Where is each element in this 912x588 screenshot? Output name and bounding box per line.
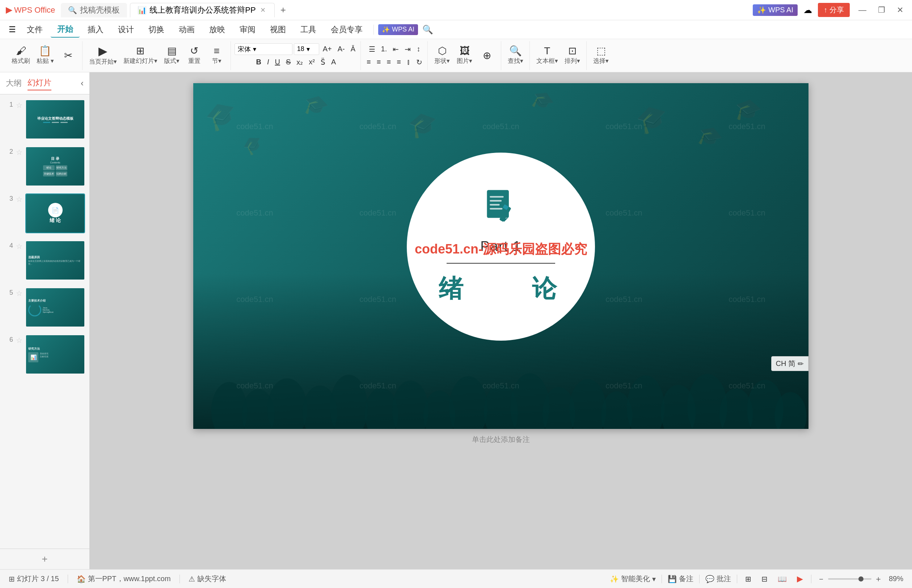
zoom-in-button[interactable]: ＋ xyxy=(874,573,882,585)
insert-shape-button[interactable]: ⬡ 形状▾ xyxy=(431,43,453,68)
tab-close-button[interactable]: ✕ xyxy=(259,5,267,15)
missing-font-info[interactable]: ⚠ 缺失字体 xyxy=(189,574,226,584)
superscript-button[interactable]: x² xyxy=(306,57,317,68)
slide-5-star[interactable]: ☆ xyxy=(16,289,23,297)
insert-extra-button[interactable]: ⊕ xyxy=(476,43,498,68)
select-button[interactable]: ⬚ 选择▾ xyxy=(590,43,612,68)
align-center-button[interactable]: ≡ xyxy=(374,57,383,68)
slide-3-star[interactable]: ☆ xyxy=(16,195,23,204)
add-slide-button[interactable]: + xyxy=(0,549,89,569)
zoom-slider-thumb[interactable] xyxy=(859,577,863,582)
restore-button[interactable]: ❐ xyxy=(875,4,888,16)
hamburger-icon[interactable]: ☰ xyxy=(9,25,16,34)
increase-font-button[interactable]: A+ xyxy=(321,44,334,55)
menu-review[interactable]: 审阅 xyxy=(233,22,262,37)
tab-presentation[interactable]: 📊 线上教育培训办公系统答辩PP ✕ xyxy=(130,3,274,17)
menu-start[interactable]: 开始 xyxy=(51,22,79,37)
find-button[interactable]: 🔍 查找▾ xyxy=(505,43,526,68)
slide-thumb-1[interactable]: 毕业论文答辩动态模板 xyxy=(25,99,85,139)
numbered-list-button[interactable]: 1. xyxy=(379,44,389,55)
normal-view-button[interactable]: ⊞ xyxy=(743,573,753,585)
columns-button[interactable]: ⫿ xyxy=(405,57,413,68)
comment-button[interactable]: 💬 批注 xyxy=(705,574,731,584)
share-button[interactable]: ↑ 分享 xyxy=(818,3,850,17)
canvas-area[interactable]: 🎓 🎓 🎓 🎓 🎓 🎓 🎓 🎓 xyxy=(90,72,912,569)
slide-item-1[interactable]: 1 ☆ 毕业论文答辩动态模板 xyxy=(3,98,86,141)
ch-simple-badge[interactable]: CH 简 ✏ xyxy=(771,356,808,371)
slide-item-5[interactable]: 5 ☆ 主要技术介绍 JavaMySQLSpringBoot xyxy=(3,286,86,329)
minimize-button[interactable]: — xyxy=(855,4,869,16)
insert-picture-button[interactable]: 🖼 图片▾ xyxy=(454,43,476,68)
arrange-button[interactable]: ⊡ 排列▾ xyxy=(562,43,583,68)
layout-button[interactable]: ▤ 版式▾ xyxy=(161,43,183,68)
slide-item-3[interactable]: 3 ☆ 📄 绪 论 xyxy=(3,192,86,235)
menu-file[interactable]: 文件 xyxy=(20,22,49,37)
smart-beautify[interactable]: ✨ 智能美化 ▾ xyxy=(610,574,656,584)
reset-button[interactable]: ↺ 重置 xyxy=(183,43,205,68)
font-color-button[interactable]: A xyxy=(329,57,338,68)
slide-item-4[interactable]: 4 ☆ 选题原因 如何在互联网上实现有效的在线培训教育已成为一个研究... xyxy=(3,239,86,282)
menu-view[interactable]: 视图 xyxy=(264,22,292,37)
slide-thumb-3[interactable]: 📄 绪 论 xyxy=(25,194,85,233)
decrease-font-button[interactable]: A- xyxy=(335,44,347,55)
menu-slideshow[interactable]: 放映 xyxy=(202,22,232,37)
text-direction-button[interactable]: ↻ xyxy=(414,57,424,68)
grid-view-button[interactable]: ⊟ xyxy=(759,573,770,585)
slide-thumb-5[interactable]: 主要技术介绍 JavaMySQLSpringBoot xyxy=(25,288,85,327)
slide-thumb-6[interactable]: 研究方法 📊 系统研究文献综述 xyxy=(25,334,85,374)
zoom-slider-track[interactable] xyxy=(828,578,872,580)
font-size-select[interactable]: 18▾ xyxy=(294,44,319,55)
outline-tab[interactable]: 大纲 xyxy=(6,76,22,90)
align-right-button[interactable]: ≡ xyxy=(384,57,393,68)
bottom-note[interactable]: 单击此处添加备注 xyxy=(466,429,536,450)
collapse-panel-button[interactable]: ‹ xyxy=(81,78,84,88)
menu-wps-ai[interactable]: ✨ WPS AI xyxy=(378,24,418,35)
start-slideshow-button[interactable]: ▶ 当页开始▾ xyxy=(86,43,120,68)
slide-2-star[interactable]: ☆ xyxy=(16,148,23,157)
new-slide-button[interactable]: ⊞ 新建幻灯片▾ xyxy=(120,43,160,68)
align-left-button[interactable]: ≡ xyxy=(364,57,373,68)
underline-button[interactable]: U xyxy=(273,57,282,68)
strikethrough-button[interactable]: S xyxy=(284,57,293,68)
menu-transition[interactable]: 切换 xyxy=(142,22,171,37)
slide-thumb-2[interactable]: 目 录 Contents 绪论 研究方法 关键技术 结构分析 xyxy=(25,147,85,186)
font-family-select[interactable]: 宋体▾ xyxy=(235,44,292,55)
format-brush-button[interactable]: 🖌 格式刷 xyxy=(9,43,33,68)
outdent-button[interactable]: ⇤ xyxy=(390,44,401,55)
slides-tab[interactable]: 幻灯片 xyxy=(28,76,52,90)
close-button[interactable]: ✕ xyxy=(894,4,906,16)
subscript-button[interactable]: x₂ xyxy=(294,57,305,68)
cloud-icon[interactable]: ☁ xyxy=(803,5,812,15)
search-icon[interactable]: 🔍 xyxy=(422,24,433,35)
bold-button[interactable]: B xyxy=(254,57,264,68)
wps-ai-button[interactable]: ✨ WPS AI xyxy=(753,4,798,16)
slide-thumb-4[interactable]: 选题原因 如何在互联网上实现有效的在线培训教育已成为一个研究... xyxy=(25,241,85,280)
line-spacing-button[interactable]: ↕ xyxy=(415,44,422,55)
reading-view-button[interactable]: 📖 xyxy=(776,573,789,585)
slideshow-view-button[interactable]: ▶ xyxy=(795,573,805,585)
slide-item-6[interactable]: 6 ☆ 研究方法 📊 系统研究文献综述 xyxy=(3,333,86,376)
list-button[interactable]: ☰ xyxy=(367,44,377,55)
clear-format-button[interactable]: Ā xyxy=(348,44,358,55)
justify-button[interactable]: ≡ xyxy=(394,57,403,68)
slide-item-2[interactable]: 2 ☆ 目 录 Contents 绪论 研究方法 关键技术 结构分析 xyxy=(3,145,86,188)
italic-button[interactable]: I xyxy=(265,57,271,68)
menu-tools[interactable]: 工具 xyxy=(294,22,323,37)
paste-button[interactable]: 📋 粘贴 ▾ xyxy=(34,43,57,68)
section-button[interactable]: ≡ 节▾ xyxy=(206,43,228,68)
slide-6-star[interactable]: ☆ xyxy=(16,336,23,345)
menu-design[interactable]: 设计 xyxy=(112,22,141,37)
slide-1-star[interactable]: ☆ xyxy=(16,101,23,110)
backup-button[interactable]: 💾 备注 xyxy=(668,574,693,584)
indent-button[interactable]: ⇥ xyxy=(402,44,413,55)
menu-member[interactable]: 会员专享 xyxy=(324,22,369,37)
shadow-button[interactable]: S̈ xyxy=(319,57,327,68)
zoom-out-button[interactable]: － xyxy=(817,573,825,585)
cut-button[interactable]: ✂ xyxy=(58,43,79,68)
menu-animation[interactable]: 动画 xyxy=(172,22,201,37)
textbox-button[interactable]: T 文本框▾ xyxy=(533,43,561,68)
new-tab-button[interactable]: + xyxy=(278,3,289,17)
slide-4-star[interactable]: ☆ xyxy=(16,242,23,250)
menu-insert[interactable]: 插入 xyxy=(81,22,110,37)
tab-wps-template[interactable]: 🔍 找稿壳模板 xyxy=(61,3,127,17)
